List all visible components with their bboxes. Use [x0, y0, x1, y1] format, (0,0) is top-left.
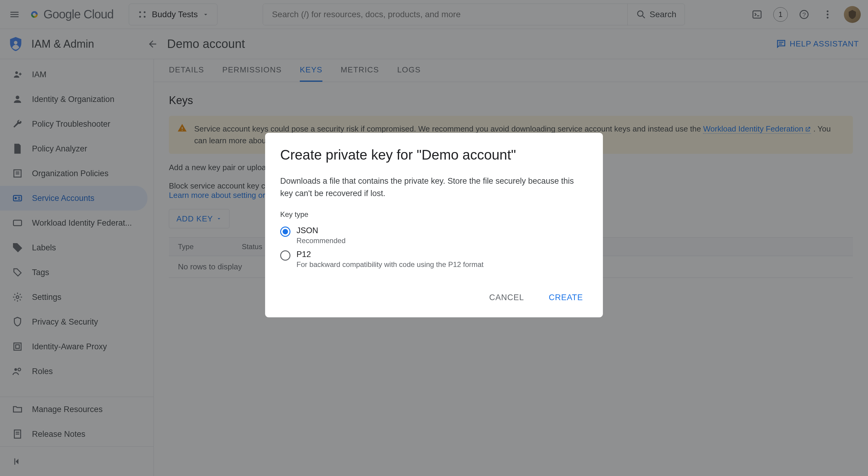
radio-p12[interactable]: P12 For backward compatibility with code… [280, 247, 588, 271]
radio-circle-icon [280, 250, 290, 261]
radio-circle-icon [280, 227, 290, 237]
dialog-body: Downloads a file that contains the priva… [280, 175, 588, 199]
cancel-button[interactable]: CANCEL [484, 289, 529, 306]
dialog-title: Create private key for "Demo account" [280, 147, 588, 163]
radio-json-title: JSON [297, 226, 346, 235]
create-button[interactable]: CREATE [544, 289, 588, 306]
radio-p12-title: P12 [297, 250, 484, 259]
radio-json-sub: Recommended [297, 237, 346, 245]
key-type-label: Key type [280, 210, 588, 219]
create-key-dialog: Create private key for "Demo account" Do… [265, 133, 603, 317]
radio-p12-sub: For backward compatibility with code usi… [297, 260, 484, 269]
radio-json[interactable]: JSON Recommended [280, 224, 588, 247]
modal-scrim[interactable]: Create private key for "Demo account" Do… [0, 0, 868, 476]
